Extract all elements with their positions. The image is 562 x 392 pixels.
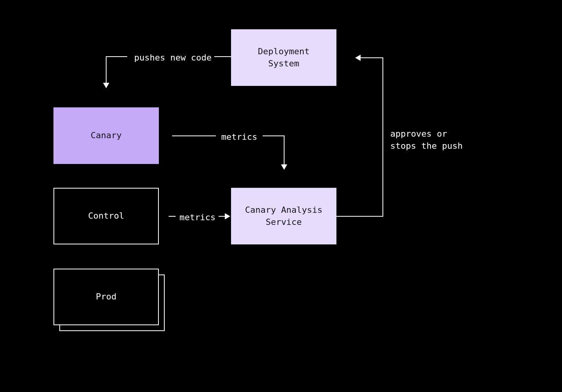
edge-line xyxy=(284,135,285,165)
node-control-label: Control xyxy=(88,210,124,222)
node-canary-analysis-service: Canary Analysis Service xyxy=(231,188,336,244)
edge-metrics-control-label: metrics xyxy=(178,212,217,224)
node-deployment-system-label: Deployment System xyxy=(258,46,309,70)
edge-pushes-new-code-label: pushes new code xyxy=(132,52,214,64)
node-control: Control xyxy=(53,188,159,244)
edge-approves-stops-label: approves or stops the push xyxy=(390,128,464,152)
node-prod-label: Prod xyxy=(96,291,117,303)
node-canary: Canary xyxy=(53,107,159,164)
edge-line xyxy=(106,56,127,57)
edge-metrics-canary-label: metrics xyxy=(220,131,259,143)
arrow-left-icon xyxy=(355,55,361,61)
node-deployment-system: Deployment System xyxy=(231,29,336,86)
arrow-down-icon xyxy=(281,164,287,170)
arrow-down-icon xyxy=(103,83,109,88)
arrow-right-icon xyxy=(225,213,230,219)
node-prod: Prod xyxy=(53,269,159,325)
node-canary-label: Canary xyxy=(91,130,121,142)
edge-line xyxy=(172,135,216,136)
edge-line xyxy=(336,216,383,217)
edge-line xyxy=(360,57,383,58)
edge-line xyxy=(169,216,176,217)
edge-line xyxy=(263,135,285,136)
node-canary-analysis-service-label: Canary Analysis Service xyxy=(245,204,323,228)
edge-line xyxy=(106,56,107,84)
edge-line xyxy=(214,56,231,57)
edge-line xyxy=(382,57,383,217)
